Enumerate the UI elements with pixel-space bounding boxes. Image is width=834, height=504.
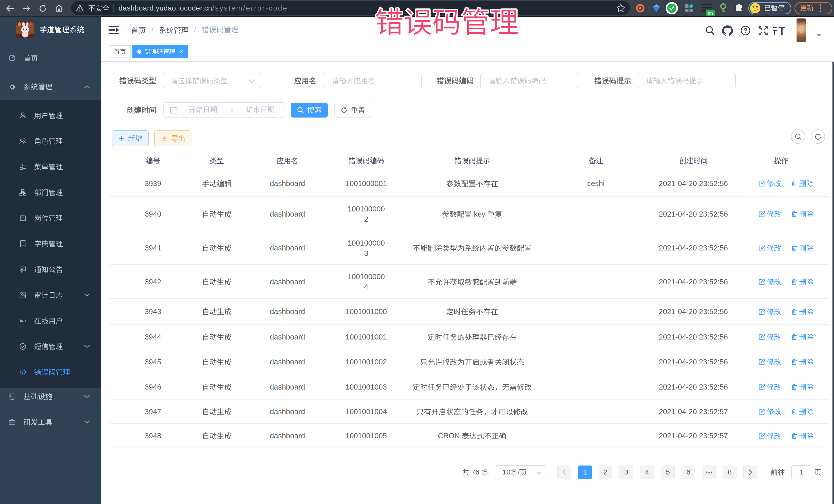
svg-text:on: on [708,11,713,16]
svg-text:?: ? [744,27,748,34]
